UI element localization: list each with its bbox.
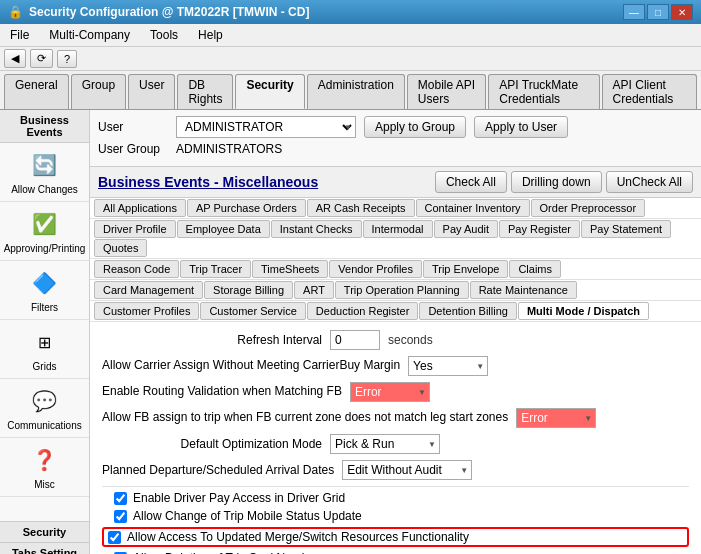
planned-departure-row: Planned Departure/Scheduled Arrival Date… bbox=[102, 460, 689, 480]
tab-db-rights[interactable]: DB Rights bbox=[177, 74, 233, 109]
tab-group[interactable]: Group bbox=[71, 74, 126, 109]
tab-general[interactable]: General bbox=[4, 74, 69, 109]
minimize-button[interactable]: — bbox=[623, 4, 645, 20]
sub-tab-instant-checks[interactable]: Instant Checks bbox=[271, 220, 362, 238]
sub-tab-card-management[interactable]: Card Management bbox=[94, 281, 203, 299]
window-title: Security Configuration @ TM2022R [TMWIN … bbox=[29, 5, 309, 19]
tab-security[interactable]: Security bbox=[235, 74, 304, 109]
optimization-label: Default Optimization Mode bbox=[102, 437, 322, 451]
sidebar-bottom: Security Tabs Setting bbox=[0, 521, 89, 554]
sub-tab-order-preprocessor[interactable]: Order Preprocessor bbox=[531, 199, 646, 217]
sub-tab-row-3: Reason Code Trip Tracer TimeSheets Vendo… bbox=[90, 259, 701, 280]
sub-tab-timesheets[interactable]: TimeSheets bbox=[252, 260, 328, 278]
toolbar-btn2[interactable]: ⟳ bbox=[30, 49, 53, 68]
menu-multi-company[interactable]: Multi-Company bbox=[43, 26, 136, 44]
checkbox-trip-mobile-label: Allow Change of Trip Mobile Status Updat… bbox=[133, 509, 362, 523]
sub-tab-ar-cash-receipts[interactable]: AR Cash Receipts bbox=[307, 199, 415, 217]
routing-validation-select[interactable]: Error Warning None bbox=[350, 382, 430, 402]
tab-administration[interactable]: Administration bbox=[307, 74, 405, 109]
sub-tab-row-4: Card Management Storage Billing ART Trip… bbox=[90, 280, 701, 301]
optimization-row: Default Optimization Mode Pick & Run Aut… bbox=[102, 434, 689, 454]
drilling-down-button[interactable]: Drilling down bbox=[511, 171, 602, 193]
menu-tools[interactable]: Tools bbox=[144, 26, 184, 44]
checkbox-trip-mobile-input[interactable] bbox=[114, 510, 127, 523]
sub-tab-multi-mode[interactable]: Multi Mode / Dispatch bbox=[518, 302, 649, 320]
planned-departure-select[interactable]: Edit Without Audit Edit With Audit Read … bbox=[342, 460, 472, 480]
routing-validation-label: Enable Routing Validation when Matching … bbox=[102, 384, 342, 400]
sub-tab-ap-purchase-orders[interactable]: AP Purchase Orders bbox=[187, 199, 306, 217]
sub-tab-employee-data[interactable]: Employee Data bbox=[177, 220, 270, 238]
sub-tab-customer-profiles[interactable]: Customer Profiles bbox=[94, 302, 199, 320]
sub-tab-storage-billing[interactable]: Storage Billing bbox=[204, 281, 293, 299]
sub-tab-customer-service[interactable]: Customer Service bbox=[200, 302, 305, 320]
refresh-interval-input[interactable] bbox=[330, 330, 380, 350]
sub-tab-driver-profile[interactable]: Driver Profile bbox=[94, 220, 176, 238]
sub-tab-deduction-register[interactable]: Deduction Register bbox=[307, 302, 419, 320]
fb-assign-row: Allow FB assign to trip when FB current … bbox=[102, 408, 689, 428]
approving-printing-icon: ✅ bbox=[29, 208, 61, 240]
title-bar: 🔒 Security Configuration @ TM2022R [TMWI… bbox=[0, 0, 701, 24]
toolbar-help[interactable]: ? bbox=[57, 50, 77, 68]
sidebar-item-grids[interactable]: ⊞ Grids bbox=[0, 320, 89, 379]
user-group-label: User Group bbox=[98, 142, 168, 156]
checkbox-driver-pay-input[interactable] bbox=[114, 492, 127, 505]
uncheck-all-button[interactable]: UnCheck All bbox=[606, 171, 693, 193]
fb-assign-label: Allow FB assign to trip when FB current … bbox=[102, 410, 508, 426]
form-divider bbox=[102, 486, 689, 487]
sub-tab-container-inventory[interactable]: Container Inventory bbox=[416, 199, 530, 217]
sub-tab-rate-maintenance[interactable]: Rate Maintenance bbox=[470, 281, 577, 299]
sub-tab-pay-statement[interactable]: Pay Statement bbox=[581, 220, 671, 238]
toolbar-back[interactable]: ◀ bbox=[4, 49, 26, 68]
sidebar-label-approving-printing: Approving/Printing bbox=[4, 243, 86, 254]
sub-tab-intermodal[interactable]: Intermodal bbox=[363, 220, 433, 238]
form-content: Refresh Interval seconds Allow Carrier A… bbox=[90, 322, 701, 554]
sub-tab-vendor-profiles[interactable]: Vendor Profiles bbox=[329, 260, 422, 278]
sidebar-label-filters: Filters bbox=[31, 302, 58, 313]
sidebar-item-allow-changes[interactable]: 🔄 Allow Changes bbox=[0, 143, 89, 202]
tab-api-truckmate[interactable]: API TruckMate Credentials bbox=[488, 74, 599, 109]
menu-file[interactable]: File bbox=[4, 26, 35, 44]
apply-to-user-button[interactable]: Apply to User bbox=[474, 116, 568, 138]
sidebar-label-communications: Communications bbox=[7, 420, 81, 431]
sidebar-item-communications[interactable]: 💬 Communications bbox=[0, 379, 89, 438]
misc-icon: ❓ bbox=[29, 444, 61, 476]
sub-tab-art[interactable]: ART bbox=[294, 281, 334, 299]
menu-help[interactable]: Help bbox=[192, 26, 229, 44]
checkbox-driver-pay-label: Enable Driver Pay Access in Driver Grid bbox=[133, 491, 345, 505]
routing-validation-row: Enable Routing Validation when Matching … bbox=[102, 382, 689, 402]
tab-mobile-api[interactable]: Mobile API Users bbox=[407, 74, 487, 109]
apply-to-group-button[interactable]: Apply to Group bbox=[364, 116, 466, 138]
sidebar-tabs-setting[interactable]: Tabs Setting bbox=[0, 543, 89, 554]
section-title: Business Events - Miscellaneous bbox=[98, 174, 318, 190]
sidebar-security[interactable]: Security bbox=[0, 522, 89, 543]
sub-tab-pay-audit[interactable]: Pay Audit bbox=[434, 220, 498, 238]
close-button[interactable]: ✕ bbox=[671, 4, 693, 20]
sub-tab-quotes[interactable]: Quotes bbox=[94, 239, 147, 257]
tab-api-client[interactable]: API Client Credentials bbox=[602, 74, 697, 109]
sub-tab-claims[interactable]: Claims bbox=[509, 260, 561, 278]
sidebar-label-grids: Grids bbox=[33, 361, 57, 372]
sub-tab-all-applications[interactable]: All Applications bbox=[94, 199, 186, 217]
title-buttons: Check All Drilling down UnCheck All bbox=[435, 171, 693, 193]
sub-tab-pay-register[interactable]: Pay Register bbox=[499, 220, 580, 238]
fb-assign-select[interactable]: Error Warning None bbox=[516, 408, 596, 428]
refresh-interval-label: Refresh Interval bbox=[102, 333, 322, 347]
optimization-select[interactable]: Pick & Run Automatic Manual bbox=[330, 434, 440, 454]
sidebar: Business Events 🔄 Allow Changes ✅ Approv… bbox=[0, 110, 90, 554]
sub-tab-trip-envelope[interactable]: Trip Envelope bbox=[423, 260, 508, 278]
tab-user[interactable]: User bbox=[128, 74, 175, 109]
sub-tab-reason-code[interactable]: Reason Code bbox=[94, 260, 179, 278]
main-layout: Business Events 🔄 Allow Changes ✅ Approv… bbox=[0, 110, 701, 554]
sidebar-item-approving-printing[interactable]: ✅ Approving/Printing bbox=[0, 202, 89, 261]
sub-tab-trip-operation[interactable]: Trip Operation Planning bbox=[335, 281, 469, 299]
user-select[interactable]: ADMINISTRATOR bbox=[176, 116, 356, 138]
sub-tab-detention-billing[interactable]: Detention Billing bbox=[419, 302, 517, 320]
sub-tab-trip-tracer[interactable]: Trip Tracer bbox=[180, 260, 251, 278]
checkbox-merge-switch-input[interactable] bbox=[108, 531, 121, 544]
check-all-button[interactable]: Check All bbox=[435, 171, 507, 193]
checkbox-trip-mobile: Allow Change of Trip Mobile Status Updat… bbox=[102, 509, 689, 523]
maximize-button[interactable]: □ bbox=[647, 4, 669, 20]
sidebar-item-filters[interactable]: 🔷 Filters bbox=[0, 261, 89, 320]
carrier-assign-select[interactable]: Yes No bbox=[408, 356, 488, 376]
sidebar-item-misc[interactable]: ❓ Misc bbox=[0, 438, 89, 497]
